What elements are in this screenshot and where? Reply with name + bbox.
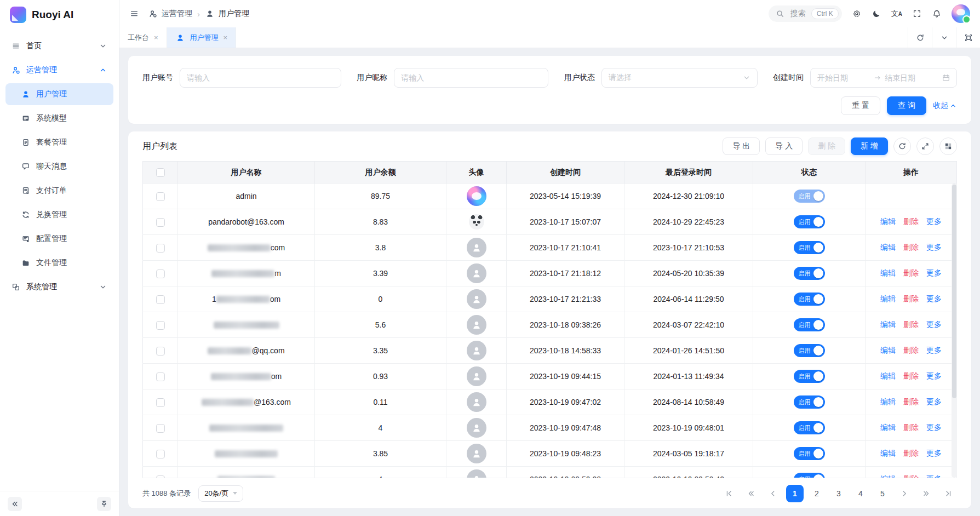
status-toggle[interactable]: 启用 [794, 421, 825, 434]
page-button[interactable]: 1 [786, 485, 804, 502]
more-link[interactable]: 更多 [926, 449, 942, 457]
status-toggle[interactable]: 启用 [794, 370, 825, 383]
refresh-table-button[interactable] [893, 137, 911, 155]
last-page-button[interactable] [939, 485, 957, 502]
sidebar-group[interactable]: 运营管理 [5, 59, 113, 81]
row-checkbox[interactable] [156, 270, 165, 278]
edit-link[interactable]: 编辑 [880, 217, 896, 226]
more-link[interactable]: 更多 [926, 423, 942, 432]
reset-button[interactable]: 重 置 [841, 96, 880, 115]
delete-link[interactable]: 删除 [903, 346, 919, 354]
status-toggle[interactable]: 启用 [794, 344, 825, 357]
end-date-input[interactable] [885, 73, 926, 82]
status-toggle[interactable]: 启用 [794, 190, 825, 203]
export-button[interactable]: 导 出 [723, 137, 760, 155]
tab-active[interactable]: 用户管理× [167, 27, 237, 48]
fullscreen-icon[interactable] [912, 9, 922, 19]
row-checkbox[interactable] [156, 398, 165, 407]
select-all-checkbox[interactable] [156, 168, 165, 177]
expand-table-button[interactable] [916, 137, 934, 155]
edit-link[interactable]: 编辑 [880, 423, 896, 432]
row-checkbox[interactable] [156, 450, 165, 458]
row-checkbox[interactable] [156, 295, 165, 304]
delete-link[interactable]: 删除 [903, 217, 919, 226]
edit-link[interactable]: 编辑 [880, 268, 896, 277]
edit-link[interactable]: 编辑 [880, 320, 896, 329]
language-translate-icon[interactable]: 文A [891, 9, 902, 19]
row-checkbox[interactable] [156, 372, 165, 381]
date-range-picker[interactable] [810, 68, 957, 88]
status-toggle[interactable]: 启用 [794, 395, 825, 409]
sidebar-group[interactable]: 系统管理 [5, 276, 113, 298]
row-checkbox[interactable] [156, 244, 165, 253]
nickname-input[interactable] [394, 68, 548, 88]
close-icon[interactable]: × [154, 33, 158, 42]
import-button[interactable]: 导 入 [765, 137, 803, 155]
delete-link[interactable]: 删除 [903, 294, 919, 303]
tab-item[interactable]: 工作台× [119, 27, 167, 48]
add-button[interactable]: 新 增 [851, 137, 888, 155]
page-button[interactable]: 3 [830, 485, 847, 502]
status-select[interactable]: 请选择 [601, 68, 758, 88]
jump-back-button[interactable] [742, 485, 760, 502]
tab-refresh-button[interactable] [908, 27, 932, 48]
delete-link[interactable]: 删除 [903, 449, 919, 457]
tab-menu-button[interactable] [932, 27, 956, 48]
row-checkbox[interactable] [156, 192, 165, 201]
status-toggle[interactable]: 启用 [794, 318, 825, 331]
sidebar-item[interactable]: 聊天消息 [5, 156, 113, 177]
hamburger-menu-icon[interactable] [129, 9, 139, 19]
delete-link[interactable]: 删除 [903, 423, 919, 432]
sidebar-item[interactable]: 系统模型 [5, 107, 113, 129]
edit-link[interactable]: 编辑 [880, 294, 896, 303]
more-link[interactable]: 更多 [926, 346, 942, 354]
more-link[interactable]: 更多 [926, 294, 942, 303]
notification-bell-icon[interactable] [932, 9, 942, 19]
more-link[interactable]: 更多 [926, 397, 942, 406]
global-search[interactable]: 搜索 Ctrl K [769, 5, 842, 22]
prev-page-button[interactable] [764, 485, 782, 502]
edit-link[interactable]: 编辑 [880, 346, 896, 354]
more-link[interactable]: 更多 [926, 268, 942, 277]
table-scrollbar-thumb[interactable] [952, 185, 956, 398]
breadcrumb-item-users[interactable]: 用户管理 [205, 9, 249, 19]
sidebar-group[interactable]: 首页 [5, 35, 113, 57]
sidebar-item[interactable]: 文件管理 [5, 252, 113, 274]
status-toggle[interactable]: 启用 [794, 215, 825, 228]
page-button[interactable]: 5 [874, 485, 891, 502]
delete-link[interactable]: 删除 [903, 397, 919, 406]
delete-link[interactable]: 删除 [903, 243, 919, 251]
account-input[interactable] [180, 68, 341, 88]
sidebar-collapse-button[interactable] [8, 497, 22, 511]
edit-link[interactable]: 编辑 [880, 243, 896, 251]
status-toggle[interactable]: 启用 [794, 447, 825, 460]
start-date-input[interactable] [817, 73, 859, 82]
next-page-button[interactable] [896, 485, 913, 502]
collapse-filters-link[interactable]: 收起 [933, 101, 957, 111]
row-checkbox[interactable] [156, 424, 165, 433]
sidebar-item[interactable]: 兑换管理 [5, 204, 113, 226]
column-settings-button[interactable] [939, 137, 957, 155]
edit-link[interactable]: 编辑 [880, 371, 896, 380]
sidebar-item[interactable]: 配置管理 [5, 228, 113, 250]
delete-link[interactable]: 删除 [903, 320, 919, 329]
breadcrumb-item-operations[interactable]: 运营管理 [148, 9, 192, 19]
sidebar-item[interactable]: 套餐管理 [5, 131, 113, 153]
edit-link[interactable]: 编辑 [880, 397, 896, 406]
user-avatar[interactable] [952, 4, 970, 23]
more-link[interactable]: 更多 [926, 243, 942, 251]
row-checkbox[interactable] [156, 218, 165, 227]
edit-link[interactable]: 编辑 [880, 449, 896, 457]
settings-gear-icon[interactable] [852, 9, 862, 19]
more-link[interactable]: 更多 [926, 371, 942, 380]
page-button[interactable]: 4 [852, 485, 869, 502]
status-toggle[interactable]: 启用 [794, 241, 825, 254]
delete-link[interactable]: 删除 [903, 371, 919, 380]
sidebar-item[interactable]: 支付订单 [5, 180, 113, 202]
dark-mode-moon-icon[interactable] [872, 9, 881, 19]
row-checkbox[interactable] [156, 347, 165, 356]
close-icon[interactable]: × [223, 33, 228, 42]
page-button[interactable]: 2 [808, 485, 826, 502]
status-toggle[interactable]: 启用 [794, 267, 825, 280]
delete-button[interactable]: 删 除 [808, 137, 845, 155]
